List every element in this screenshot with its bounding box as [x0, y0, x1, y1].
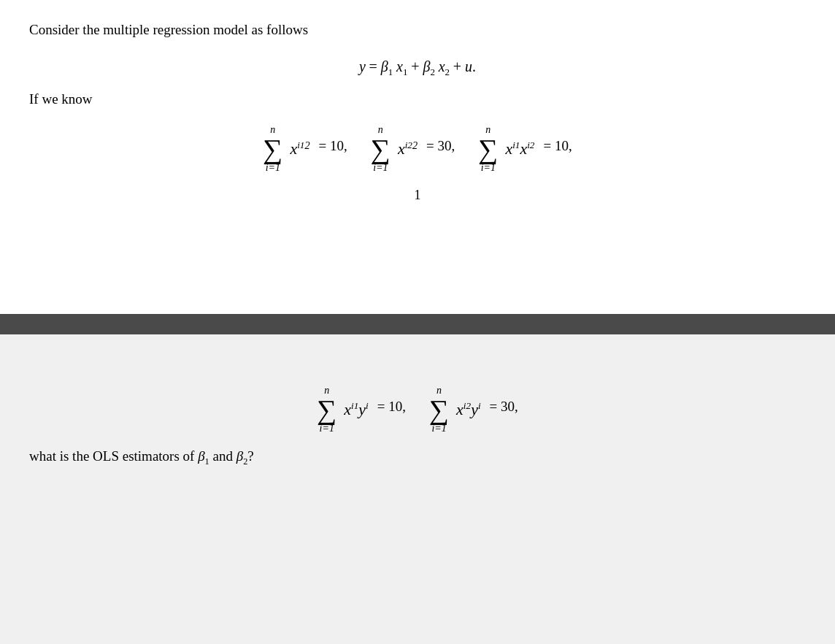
if-we-know-text: If we know: [29, 91, 806, 107]
sigma-lower-3: i=1: [481, 163, 496, 173]
sigma-lower-2: i=1: [373, 163, 388, 173]
sigma-1: n ∑ i=1: [263, 125, 282, 173]
equals-val-1: = 10,: [319, 138, 347, 160]
equals-val-2: = 30,: [426, 138, 455, 160]
sigma-lower-4: i=1: [320, 423, 334, 434]
question-text: what is the OLS estimators of β1 and β2?: [29, 448, 806, 467]
top-section: Consider the multiple regression model a…: [0, 0, 835, 314]
sigma-symbol-1: ∑: [263, 135, 282, 163]
sigma-3: n ∑ i=1: [478, 125, 498, 173]
sigma-symbol-5: ∑: [429, 396, 449, 423]
page-number: 1: [29, 188, 806, 203]
sigma-lower-5: i=1: [431, 423, 446, 434]
sum-item-3: n ∑ i=1 xi1xi2 = 10,: [478, 125, 572, 173]
sigma-symbol-4: ∑: [317, 396, 336, 423]
equals-val-4: = 10,: [377, 399, 406, 421]
sum-expr-2: xi22: [398, 139, 418, 158]
bottom-section: n ∑ i=1 xi1yi = 10, n ∑ i=1 xi2yi = 30, …: [0, 334, 835, 644]
equals-val-5: = 30,: [490, 399, 518, 421]
sigma-4: n ∑ i=1: [317, 386, 336, 434]
sigma-5: n ∑ i=1: [429, 386, 449, 434]
summation-row-bottom: n ∑ i=1 xi1yi = 10, n ∑ i=1 xi2yi = 30,: [29, 386, 806, 434]
sum-expr-3: xi1xi2: [505, 139, 534, 158]
model-equation: y = β1 x1 + β2 x2 + u.: [29, 58, 806, 78]
sum-item-2: n ∑ i=1 xi22 = 30,: [371, 125, 455, 173]
sum-expr-1: xi12: [290, 139, 309, 158]
sigma-2: n ∑ i=1: [371, 125, 390, 173]
sigma-symbol-3: ∑: [478, 135, 498, 163]
section-divider: [0, 314, 835, 334]
sigma-lower-1: i=1: [266, 163, 280, 173]
sum-expr-4: xi1yi: [344, 400, 368, 419]
equals-val-3: = 10,: [543, 138, 572, 160]
sum-expr-5: xi2yi: [456, 400, 480, 419]
sum-item-1: n ∑ i=1 xi12 = 10,: [263, 125, 347, 173]
sigma-symbol-2: ∑: [371, 135, 390, 163]
intro-text: Consider the multiple regression model a…: [29, 22, 806, 38]
sum-item-5: n ∑ i=1 xi2yi = 30,: [429, 386, 518, 434]
summation-row-top: n ∑ i=1 xi12 = 10, n ∑ i=1 xi22 = 30,: [29, 125, 806, 173]
sum-item-4: n ∑ i=1 xi1yi = 10,: [317, 386, 406, 434]
